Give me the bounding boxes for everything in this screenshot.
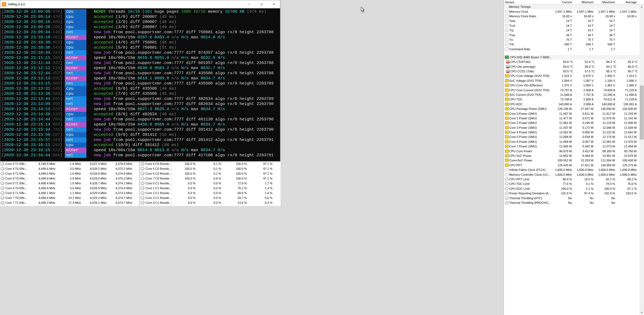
sensor-avg: 71.229 A xyxy=(617,98,639,101)
col-current[interactable]: Current xyxy=(552,1,574,4)
tag-net: net xyxy=(65,96,86,101)
sensor-row[interactable]: CPU PPT Limit 90.4 % 19.5 % 92.2 % 88.2 … xyxy=(504,177,644,181)
hwinfo-header[interactable]: Sensor Current Minimum Maximum Average xyxy=(504,0,644,5)
sensor-row[interactable]: Memory Clock 1,597.1 MHz 1,597.1 MHz 1,5… xyxy=(504,9,644,14)
sensor-row[interactable]: Tcas 14 T 14 T 14 T xyxy=(504,19,644,23)
sensor-row[interactable]: Thermal Throttling (PROCHO... No No No xyxy=(504,200,644,205)
row-name: Core 5 C0 Residency xyxy=(146,167,173,170)
sensor-row[interactable]: CPU Package Power (SMU) 128.196 W 27.567… xyxy=(504,106,644,111)
sensor-max: 11.576 W xyxy=(596,117,617,120)
table-row[interactable]: Core 4 C0 Residency 100.0 % 0.1 % 100.0 … xyxy=(140,161,281,166)
sensor-row[interactable]: Core 4 Power (SMU) 12.052 W 0.065 W 12.2… xyxy=(504,130,644,134)
col-minimum[interactable]: Minimum xyxy=(574,1,596,4)
clock-icon xyxy=(141,201,144,204)
table-row[interactable]: Core 5 T1 Effe... 4,498.4 MHz 1.6 MHz 4,… xyxy=(0,181,139,186)
sensor-row[interactable]: CPU Core VID (Effective) 1.375 V 1.000 V… xyxy=(504,83,644,87)
minimize-button[interactable]: ─ xyxy=(243,0,255,8)
sensor-row[interactable]: Core 6 Power (SMU) 11.889 W 0.057 W 12.0… xyxy=(504,139,644,144)
volt-icon xyxy=(505,107,509,110)
sensor-row[interactable]: Trp 14 T 14 T 14 T xyxy=(504,28,644,33)
sensor-row[interactable]: Trcd 14 T 14 T 14 T xyxy=(504,23,644,28)
sensor-name: Core 1 Power (SMU) xyxy=(509,117,552,120)
section-memory-timings[interactable]: Memory Timings xyxy=(504,5,644,9)
sensor-row[interactable]: CPU EDC Limit 100.0 % 2.1 % 100.0 % 97.1… xyxy=(504,186,644,191)
sensor-max: 98.285 W xyxy=(596,150,617,153)
sensor-row[interactable]: Tras 34 T 34 T 34 T xyxy=(504,33,644,37)
sensor-row[interactable]: Memory Clock Ratio 16.00 x 16.00 x 16.00… xyxy=(504,14,644,18)
table-row[interactable]: Core 5 C0 Residency 100.0 % 0.1 % 100.0 … xyxy=(140,166,281,171)
sensor-row[interactable]: SoC Current (SVI2 TFN) 11.568 A 7.767 A … xyxy=(504,92,644,97)
sensor-row[interactable]: CPU Core Current (SVI2 TFN) 73.707 A 2.9… xyxy=(504,88,644,92)
sensor-row[interactable]: CPU TDC Limit 77.6 % 3.1 % 78.5 % 75.0 % xyxy=(504,182,644,186)
sensor-row[interactable]: Power Reporting Deviation (A... 101.8 % … xyxy=(504,191,644,195)
terminal-output[interactable]: [2020-12-30 23:09:09.978] cpu READY thre… xyxy=(0,8,280,161)
table-row[interactable]: Core 7 C0 Residency 100.0 % 0.6 % 100.0 … xyxy=(140,176,281,181)
sensor-row[interactable]: Thermal Throttling (HTC) No No No xyxy=(504,196,644,200)
close-button[interactable]: ✕ xyxy=(268,0,280,8)
sensor-row[interactable]: CPU EDC 140.000 A 2.908 A 140.000 A 135.… xyxy=(504,102,644,106)
row-name: Core 7 T0 Effe... xyxy=(5,196,32,199)
section-cpu-device[interactable]: CPU [#0]: AMD Ryzen 7 5800... xyxy=(504,55,644,60)
row-min: 0.0 % xyxy=(198,187,224,190)
sensor-min: 12.293 W xyxy=(574,159,596,162)
sensor-row[interactable]: SoC Voltage (SVI2 TFN) 1.094 V 1.087 V 1… xyxy=(504,78,644,83)
sensor-row[interactable]: Memory Controller Clock (UCLK) 1,600.0 M… xyxy=(504,172,644,177)
table-row[interactable]: Core 2 C1 Residency 0.0 % 0.0 % 69.6 % 1… xyxy=(140,191,281,195)
sensor-row[interactable]: Trfc 560 T 560 T 560 T xyxy=(504,42,644,47)
table-row[interactable]: Core 4 T0 Effe... 4,498.6 MHz 3.0 MHz 4,… xyxy=(0,166,139,171)
tag-net: net xyxy=(65,101,86,107)
table-row[interactable]: Core 7 T0 Effe... 4,498.4 MHz 13.1 MHz 4… xyxy=(0,195,139,200)
sensor-name: Memory Clock Ratio xyxy=(509,15,552,18)
sensor-row[interactable]: Core 2 Power (SMU) 11.991 W 0.245 W 12.1… xyxy=(504,121,644,125)
table-row[interactable]: Core 6 T1 Effe... 4,498.1 MHz 1.1 MHz 4,… xyxy=(0,191,139,195)
sensor-row[interactable]: CPU Die (average) 83.0 °C 38.0 °C 83.1 °… xyxy=(504,64,644,69)
table-row[interactable]: Core 3 T1 Effe... 4,190.5 MHz 1.6 MHz 4,… xyxy=(0,161,139,166)
sensor-min: 560 T xyxy=(574,43,596,46)
table-row[interactable]: Core 7 T1 Effe... 4,498.3 MHz 17.3 MHz 4… xyxy=(0,200,139,205)
sensor-row[interactable]: CPU Core Power 96.870 W 3.412 W 98.285 W… xyxy=(504,149,644,153)
table-row[interactable]: Core 0 C1 Residency 0.0 % 0.0 % 72.9 % 1… xyxy=(140,181,281,186)
hwinfo-scrollbar[interactable]: ▲ ▼ xyxy=(639,5,644,315)
table-row[interactable]: Core 6 C0 Residency 100.0 % 0.1 % 100.0 … xyxy=(140,171,281,176)
sensor-row[interactable]: Core 5 Power (SMU) 12.008 W 0.034 W 12.1… xyxy=(504,135,644,139)
sensor-min: 16.00 x xyxy=(574,15,596,18)
table-row[interactable]: Core 5 T0 Effe... 4,498.8 MHz 2.6 MHz 4,… xyxy=(0,176,139,181)
table-row[interactable]: Core 6 T0 Effe... 4,498.4 MHz 3.0 MHz 4,… xyxy=(0,186,139,191)
sensor-row[interactable]: CPU CCD1 (Tdie) 83.5 °C 37.5 °C 85.3 °C … xyxy=(504,69,644,73)
scroll-down-icon[interactable]: ▼ xyxy=(639,310,644,315)
table-row[interactable]: Core 3 C1 Residency 0.0 % 0.0 % 34.7 % 0… xyxy=(140,195,281,200)
col-sensor[interactable]: Sensor xyxy=(504,1,552,4)
sensor-row[interactable]: Infinity Fabric Clock (FCLK) 1,600.0 MHz… xyxy=(504,168,644,172)
row-avg: 4,375.2 MHz xyxy=(109,177,135,180)
sensor-row[interactable]: Core 0 Power (SMU) 11.587 W 0.611 W 11.6… xyxy=(504,111,644,116)
table-row[interactable]: Core 4 C1 Residency 0.0 % 0.0 % 13.5 % 0… xyxy=(140,200,281,205)
sensor-name: CPU PPT xyxy=(509,164,552,167)
sensor-min: 37.5 °C xyxy=(575,70,597,73)
table-row[interactable]: Core 1 C1 Residency 0.0 % 0.0 % 76.2 % 1… xyxy=(140,186,281,191)
sensor-row[interactable]: CPU SoC Power 12.682 W 8.464 W 13.451 W … xyxy=(504,153,644,158)
clock-icon xyxy=(141,196,144,199)
scroll-thumb[interactable] xyxy=(640,86,644,140)
sensor-row[interactable]: Command Rate 1 T 1 T 1 T xyxy=(504,47,644,51)
sensor-row[interactable]: Core 3 Power (SMU) 11.937 W 0.172 W 12.0… xyxy=(504,125,644,130)
maximize-button[interactable]: ▢ xyxy=(255,0,268,8)
col-maximum[interactable]: Maximum xyxy=(596,1,617,4)
tag-net: net xyxy=(65,50,86,55)
row-name: Core 5 T1 Effe... xyxy=(5,182,32,185)
sensor-row[interactable]: Core 1 Power (SMU) 11.477 W 0.571 W 11.5… xyxy=(504,116,644,120)
scroll-up-icon[interactable]: ▲ xyxy=(639,5,644,9)
sensor-row[interactable]: CPU TDC 73.708 A 2.908 A 74.611 A 71.229… xyxy=(504,97,644,102)
sensor-row[interactable]: Core+SoC Power 109.552 W 12.293 W 111.55… xyxy=(504,158,644,163)
col-average[interactable]: Average xyxy=(617,1,639,4)
sensor-row[interactable]: Core 7 Power (SMU) 11.895 W 0.342 W 12.0… xyxy=(504,144,644,149)
sensor-min: 0.342 W xyxy=(574,145,596,148)
volt-icon xyxy=(505,74,509,77)
sensor-row[interactable]: CPU Core Voltage (SVI2 TFN) 1.319 V 0.97… xyxy=(504,74,644,78)
sensor-name: CPU EDC Limit xyxy=(509,187,552,190)
sensor-row[interactable]: Trc 75 T 75 T 75 T xyxy=(504,37,644,42)
sensor-row[interactable]: CPU (Tctl/Tdie) 83.6 °C 52.4 °C 84.3 °C … xyxy=(504,60,644,64)
sensor-avg: 125.279 W xyxy=(617,164,639,167)
table-row[interactable]: Core 4 T1 Effe... 4,498.5 MHz 1.6 MHz 4,… xyxy=(0,171,139,176)
sensor-row[interactable]: CPU PPT 128.425 W 27.621 W 130.859 W 125… xyxy=(504,163,644,167)
titlebar[interactable]: X XMRig 6.4.0 ─ ▢ ✕ xyxy=(0,0,280,8)
